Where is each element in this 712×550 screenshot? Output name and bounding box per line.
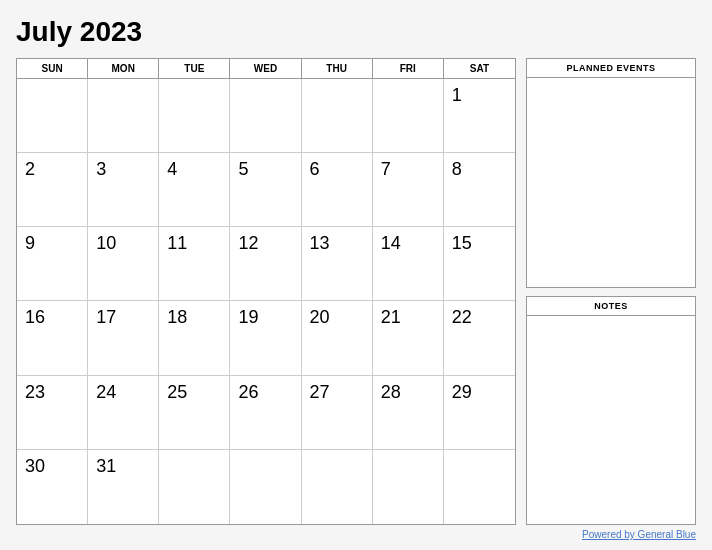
calendar-cell-4: 4	[159, 153, 230, 227]
calendar-cell	[302, 450, 373, 524]
day-header-mon: MON	[88, 59, 159, 78]
calendar-cell	[230, 79, 301, 153]
calendar-page: July 2023 SUN MON TUE WED THU FRI SAT 1	[0, 0, 712, 550]
planned-events-content	[527, 78, 695, 287]
month-title: July 2023	[16, 16, 696, 48]
calendar-cell-29: 29	[444, 376, 515, 450]
calendar-cell-12: 12	[230, 227, 301, 301]
calendar-cell	[159, 450, 230, 524]
calendar-cell-24: 24	[88, 376, 159, 450]
main-area: SUN MON TUE WED THU FRI SAT 1 2 3	[16, 58, 696, 525]
calendar-cell-6: 6	[302, 153, 373, 227]
calendar-cell-13: 13	[302, 227, 373, 301]
calendar-cell-2: 2	[17, 153, 88, 227]
notes-content	[527, 316, 695, 525]
calendar-cell-3: 3	[88, 153, 159, 227]
day-header-sun: SUN	[17, 59, 88, 78]
calendar-cell-23: 23	[17, 376, 88, 450]
calendar-cell-10: 10	[88, 227, 159, 301]
calendar-cell	[373, 79, 444, 153]
calendar-cell-27: 27	[302, 376, 373, 450]
day-header-fri: FRI	[373, 59, 444, 78]
notes-header: NOTES	[527, 297, 695, 316]
calendar-grid: 1 2 3 4 5 6 7 8 9 10 11 12 13 14 15 16 1…	[17, 79, 515, 524]
calendar-cell-17: 17	[88, 301, 159, 375]
calendar-cell	[444, 450, 515, 524]
calendar-cell-19: 19	[230, 301, 301, 375]
calendar-cell-8: 8	[444, 153, 515, 227]
calendar-cell-25: 25	[159, 376, 230, 450]
calendar-cell-30: 30	[17, 450, 88, 524]
notes-box: NOTES	[526, 296, 696, 526]
calendar-cell-31: 31	[88, 450, 159, 524]
calendar-cell-20: 20	[302, 301, 373, 375]
day-headers: SUN MON TUE WED THU FRI SAT	[17, 59, 515, 79]
calendar-cell-7: 7	[373, 153, 444, 227]
day-header-tue: TUE	[159, 59, 230, 78]
calendar-section: SUN MON TUE WED THU FRI SAT 1 2 3	[16, 58, 516, 525]
calendar-cell-11: 11	[159, 227, 230, 301]
calendar-cell	[230, 450, 301, 524]
calendar-cell	[373, 450, 444, 524]
day-header-wed: WED	[230, 59, 301, 78]
calendar-cell-5: 5	[230, 153, 301, 227]
calendar-cell-16: 16	[17, 301, 88, 375]
calendar-cell-28: 28	[373, 376, 444, 450]
calendar-cell	[88, 79, 159, 153]
day-header-sat: SAT	[444, 59, 515, 78]
planned-events-box: PLANNED EVENTS	[526, 58, 696, 288]
calendar-cell	[159, 79, 230, 153]
powered-by-link[interactable]: Powered by General Blue	[582, 529, 696, 540]
planned-events-header: PLANNED EVENTS	[527, 59, 695, 78]
footer: Powered by General Blue	[16, 529, 696, 540]
calendar-cell-14: 14	[373, 227, 444, 301]
day-header-thu: THU	[302, 59, 373, 78]
sidebar: PLANNED EVENTS NOTES	[526, 58, 696, 525]
calendar-cell-26: 26	[230, 376, 301, 450]
calendar-cell-18: 18	[159, 301, 230, 375]
calendar-cell-22: 22	[444, 301, 515, 375]
calendar-cell-9: 9	[17, 227, 88, 301]
calendar-cell-21: 21	[373, 301, 444, 375]
calendar-cell-1: 1	[444, 79, 515, 153]
calendar-cell	[17, 79, 88, 153]
calendar-cell	[302, 79, 373, 153]
calendar-cell-15: 15	[444, 227, 515, 301]
